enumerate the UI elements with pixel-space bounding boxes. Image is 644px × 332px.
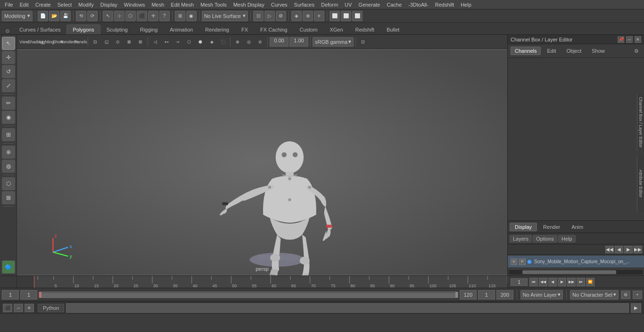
attribute-editor-tab-label[interactable]: Attribute Editor xyxy=(637,155,644,212)
cb-tab-object[interactable]: Object xyxy=(562,47,586,55)
question-button[interactable]: ? xyxy=(159,11,170,21)
range-end-field[interactable]: 120 xyxy=(460,290,477,300)
snap-grid-button[interactable]: ⊞ xyxy=(175,11,185,21)
hypershade-button[interactable]: ◈ xyxy=(291,11,302,21)
tab-curves-surfaces[interactable]: Curves / Surfaces xyxy=(13,24,66,34)
character-set-settings[interactable]: ⚙ xyxy=(621,291,630,299)
window-layout-3[interactable]: ⬜ xyxy=(352,11,363,21)
playback-end[interactable]: ⏭ xyxy=(577,278,585,286)
playback-range-bar[interactable] xyxy=(39,292,458,298)
workspace-dropdown[interactable]: Modeling ▾ xyxy=(2,11,33,21)
menu-file[interactable]: File xyxy=(2,1,16,8)
move-tool[interactable]: ✛ xyxy=(2,51,15,64)
new-file-button[interactable]: 📄 xyxy=(38,11,48,21)
total-frames-field[interactable]: 200 xyxy=(496,290,513,300)
viewport-menu-panels[interactable]: Panels xyxy=(75,37,86,47)
vp-toggle-8[interactable]: ⊸ xyxy=(173,37,183,47)
tab-rigging[interactable]: Rigging xyxy=(134,24,164,34)
vp-toggle-6[interactable]: ◁ xyxy=(150,37,160,47)
color-space-dropdown[interactable]: sRGB gamma ▾ xyxy=(313,37,354,47)
win-ctrl-3[interactable]: ✕ xyxy=(25,304,34,312)
tab-polygons[interactable]: Polygons xyxy=(66,24,100,34)
menu-cache[interactable]: Cache xyxy=(384,1,405,8)
menu-edit[interactable]: Edit xyxy=(17,1,32,8)
vp-toggle-3[interactable]: ⊙ xyxy=(113,37,123,47)
vp-shading-3[interactable]: ◈ xyxy=(206,37,217,47)
menu-mesh-display[interactable]: Mesh Display xyxy=(231,1,267,8)
playback-step-forward[interactable]: ▶▶ xyxy=(567,278,576,286)
menu-modify[interactable]: Modify xyxy=(75,1,96,8)
layer-tab-display[interactable]: Display xyxy=(510,223,537,231)
layer-action-2[interactable]: ◀ xyxy=(615,246,623,253)
menu-uv[interactable]: UV xyxy=(342,1,355,8)
menu-surfaces[interactable]: Surfaces xyxy=(291,1,317,8)
python-button[interactable]: Python xyxy=(38,304,64,312)
menu-generate[interactable]: Generate xyxy=(355,1,383,8)
menu-redshift[interactable]: Redshift xyxy=(432,1,457,8)
frame-end-field[interactable]: 1 xyxy=(20,290,37,300)
layer-sub-layers[interactable]: Layers xyxy=(510,235,532,243)
rigging-button[interactable]: ⊕ xyxy=(303,11,313,21)
rect-select-button[interactable]: ⬛ xyxy=(137,11,147,21)
vp-select-3[interactable]: ⊘ xyxy=(255,37,265,47)
vp-shading-2[interactable]: ⬢ xyxy=(195,37,206,47)
lasso-select-button[interactable]: ⊹ xyxy=(114,11,124,21)
menu-mesh-tools[interactable]: Mesh Tools xyxy=(198,1,229,8)
menu-edit-mesh[interactable]: Edit Mesh xyxy=(168,1,197,8)
paint-select-button[interactable]: ⬡ xyxy=(125,11,136,21)
vp-toggle-1[interactable]: ⊡ xyxy=(90,37,100,47)
win-ctrl-2[interactable]: ─ xyxy=(14,304,23,312)
select-tool-button[interactable]: ↖ xyxy=(103,11,113,21)
tab-redshift[interactable]: Redshift xyxy=(349,24,380,34)
render-button[interactable]: ⊡ xyxy=(253,11,264,21)
cb-tab-edit[interactable]: Edit xyxy=(543,47,560,55)
tab-xgen[interactable]: XGen xyxy=(323,24,349,34)
open-file-button[interactable]: 📂 xyxy=(49,11,59,21)
vp-shading-4[interactable]: ⬛ xyxy=(218,37,228,47)
win-ctrl-1[interactable]: ⬛ xyxy=(3,304,12,312)
menu-select[interactable]: Select xyxy=(55,1,75,8)
menu-mesh[interactable]: Mesh xyxy=(149,1,167,8)
transform-button[interactable]: ✛ xyxy=(148,11,158,21)
tab-custom[interactable]: Custom xyxy=(294,24,324,34)
pin-button[interactable]: 📌 xyxy=(618,36,624,43)
vp-toggle-4[interactable]: ⊠ xyxy=(124,37,134,47)
viewport-menu-lighting[interactable]: Lighting xyxy=(41,37,52,47)
menu-display[interactable]: Display xyxy=(98,1,120,8)
vp-toggle-2[interactable]: ◱ xyxy=(101,37,112,47)
panel-min-button[interactable]: ─ xyxy=(626,36,633,43)
layer-scrollbar[interactable] xyxy=(509,270,643,275)
layer-scroll-thumb[interactable] xyxy=(522,270,617,274)
tab-animation[interactable]: Animation xyxy=(164,24,199,34)
sculpt-tool[interactable]: ◉ xyxy=(2,111,15,124)
scale-tool[interactable]: ⤢ xyxy=(2,79,15,92)
show-manip[interactable]: ⬡ xyxy=(2,177,15,190)
paint-tool[interactable]: ✏ xyxy=(2,97,15,110)
fps-field[interactable]: 1 xyxy=(478,290,495,300)
cb-tab-show[interactable]: Show xyxy=(587,47,609,55)
timeline-ruler[interactable]: 5101520253035404550556065707580859095100… xyxy=(34,276,507,288)
playback-rewind[interactable]: ⏮ xyxy=(529,278,538,286)
layer-vp-toggle[interactable]: V xyxy=(511,259,517,265)
help-button[interactable]: 🔷 xyxy=(2,260,15,274)
tab-settings-icon[interactable]: ⚙ xyxy=(2,28,13,34)
soft-select[interactable]: ◍ xyxy=(2,160,15,173)
snap-curve-button[interactable]: ◉ xyxy=(186,11,197,21)
tab-rendering[interactable]: Rendering xyxy=(199,24,235,34)
script-run-button[interactable]: ▶ xyxy=(631,303,641,313)
layer-action-3[interactable]: ▶ xyxy=(624,246,633,253)
channel-box-settings[interactable]: ⚙ xyxy=(632,46,641,56)
menu-curves[interactable]: Curves xyxy=(268,1,290,8)
window-layout-2[interactable]: ⬜ xyxy=(341,11,351,21)
vp-value1[interactable]: 0.00 xyxy=(270,37,289,47)
playback-loop[interactable]: ⏩ xyxy=(586,278,594,286)
layer-sub-help[interactable]: Help xyxy=(558,235,576,243)
anim-layer-dropdown[interactable]: No Anim Layer ▾ xyxy=(520,290,563,300)
character-set-extra[interactable]: + xyxy=(633,291,642,299)
playback-play[interactable]: ▶ xyxy=(558,278,566,286)
vp-toggle-7[interactable]: ⊷ xyxy=(161,37,172,47)
snap-toggle[interactable]: ⊞ xyxy=(2,128,15,141)
tab-fx[interactable]: FX xyxy=(235,24,254,34)
frame-start-field[interactable]: 1 xyxy=(2,290,19,300)
rotate-tool[interactable]: ↺ xyxy=(2,65,15,78)
